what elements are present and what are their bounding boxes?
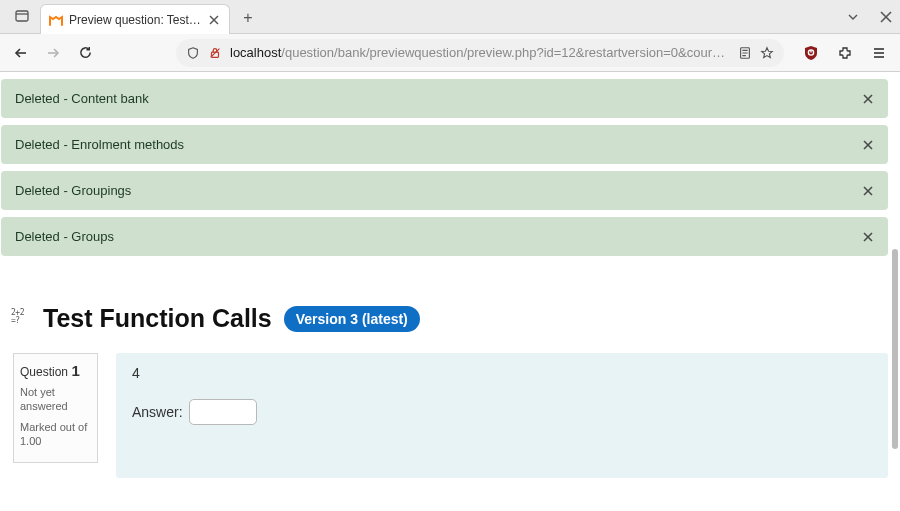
question-text: 4 bbox=[132, 365, 872, 381]
reload-button[interactable] bbox=[74, 42, 96, 64]
svg-marker-14 bbox=[762, 47, 773, 57]
page-title: Test Function Calls bbox=[43, 304, 272, 333]
question-number: Question 1 bbox=[20, 362, 91, 379]
bookmark-star-button[interactable] bbox=[760, 46, 774, 60]
tab-close-button[interactable] bbox=[207, 15, 221, 25]
browser-tabstrip: Preview question: Test F… + bbox=[0, 0, 900, 34]
version-badge[interactable]: Version 3 (latest) bbox=[284, 306, 420, 332]
page-viewport: Deleted - Content bank Deleted - Enrolme… bbox=[0, 72, 900, 511]
question-status: Not yet answered bbox=[20, 385, 91, 414]
back-button[interactable] bbox=[10, 42, 32, 64]
question-mark: Marked out of 1.00 bbox=[20, 420, 91, 449]
page-heading-row: 2+2 =? Test Function Calls Version 3 (la… bbox=[11, 304, 900, 333]
url-bar[interactable]: localhost/question/bank/previewquestion/… bbox=[176, 39, 784, 67]
alert-text: Deleted - Enrolment methods bbox=[15, 137, 184, 152]
window-close-button[interactable] bbox=[880, 11, 892, 23]
svg-rect-0 bbox=[16, 11, 28, 21]
moodle-favicon-icon bbox=[49, 13, 63, 27]
forward-button[interactable] bbox=[42, 42, 64, 64]
extensions-button[interactable] bbox=[834, 42, 856, 64]
ublock-icon[interactable] bbox=[800, 42, 822, 64]
alert-text: Deleted - Groupings bbox=[15, 183, 131, 198]
answer-row: Answer: bbox=[132, 399, 872, 425]
alerts-region: Deleted - Content bank Deleted - Enrolme… bbox=[1, 79, 900, 256]
browser-tab-active[interactable]: Preview question: Test F… bbox=[40, 4, 230, 34]
calculated-qtype-icon: 2+2 =? bbox=[11, 309, 31, 329]
alert-dismiss-button[interactable] bbox=[862, 139, 874, 151]
tabs-dropdown-button[interactable] bbox=[846, 10, 860, 24]
browser-tab-title: Preview question: Test F… bbox=[69, 13, 201, 27]
url-text: localhost/question/bank/previewquestion/… bbox=[230, 45, 730, 60]
alert-dismiss-button[interactable] bbox=[862, 231, 874, 243]
alert-dismiss-button[interactable] bbox=[862, 185, 874, 197]
question-area: Question 1 Not yet answered Marked out o… bbox=[1, 353, 900, 478]
alert-banner: Deleted - Content bank bbox=[1, 79, 888, 118]
alert-banner: Deleted - Groups bbox=[1, 217, 888, 256]
answer-input[interactable] bbox=[189, 399, 257, 425]
question-panel: 4 Answer: bbox=[116, 353, 888, 478]
new-tab-button[interactable]: + bbox=[236, 6, 260, 30]
answer-label: Answer: bbox=[132, 404, 183, 420]
browser-toolbar: localhost/question/bank/previewquestion/… bbox=[0, 34, 900, 72]
alert-text: Deleted - Content bank bbox=[15, 91, 149, 106]
tracking-shield-icon[interactable] bbox=[186, 46, 200, 60]
alert-banner: Deleted - Groupings bbox=[1, 171, 888, 210]
tab-overview-button[interactable] bbox=[8, 3, 36, 29]
app-menu-button[interactable] bbox=[868, 42, 890, 64]
insecure-lock-icon[interactable] bbox=[208, 46, 222, 60]
question-info-box: Question 1 Not yet answered Marked out o… bbox=[13, 353, 98, 463]
reader-mode-button[interactable] bbox=[738, 46, 752, 60]
alert-text: Deleted - Groups bbox=[15, 229, 114, 244]
vertical-scrollbar[interactable] bbox=[892, 249, 898, 449]
alert-dismiss-button[interactable] bbox=[862, 93, 874, 105]
alert-banner: Deleted - Enrolment methods bbox=[1, 125, 888, 164]
